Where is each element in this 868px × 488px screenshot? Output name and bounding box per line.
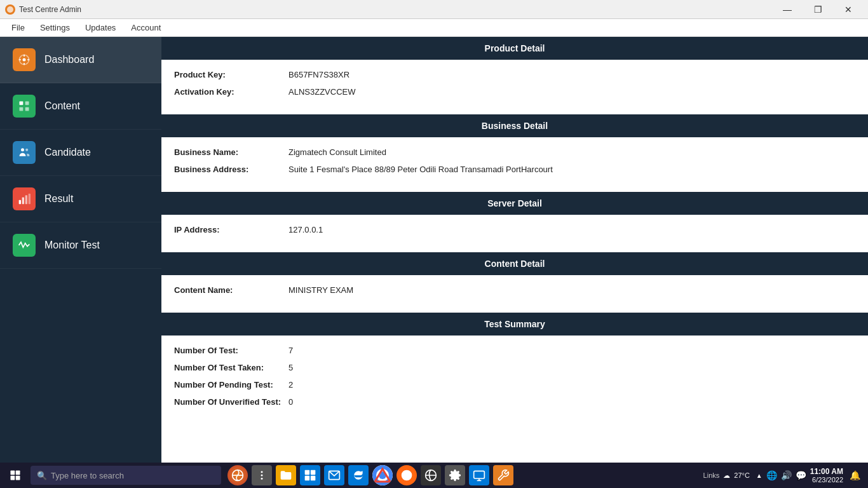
test-summary-body: Number Of Test: 7 Number Of Test Taken: … — [161, 336, 868, 424]
activation-key-row: Activation Key: ALNS3ZZVCCEW — [174, 87, 855, 97]
search-icon: 🔍 — [37, 471, 47, 480]
svg-point-0 — [7, 6, 13, 13]
menu-account[interactable]: Account — [125, 20, 167, 35]
taskbar-links: Links — [703, 471, 720, 479]
taskbar-notification-icon[interactable]: 💬 — [796, 470, 806, 480]
taskbar-app-settings[interactable] — [445, 465, 465, 485]
app-icon — [5, 4, 15, 15]
ip-address-label: IP Address: — [174, 225, 288, 234]
num-test-taken-value: 5 — [288, 363, 293, 372]
maximize-button[interactable]: ❐ — [803, 0, 832, 19]
taskbar-apps — [226, 465, 515, 485]
content-detail-body: Content Name: MINISTRY EXAM — [161, 275, 868, 313]
num-test-value: 7 — [288, 346, 293, 355]
ip-address-value: 127.0.0.1 — [288, 225, 323, 234]
svg-point-1 — [23, 58, 26, 62]
svg-rect-12 — [11, 471, 15, 475]
ip-address-row: IP Address: 127.0.0.1 — [174, 225, 855, 234]
product-detail-header: Product Detail — [161, 37, 868, 60]
monitor-icon — [13, 234, 36, 257]
sidebar-item-monitor[interactable]: Monitor Test — [0, 222, 161, 269]
sidebar-item-content[interactable]: Content — [0, 83, 161, 130]
result-label: Result — [44, 193, 73, 205]
start-button[interactable] — [3, 463, 28, 488]
svg-rect-32 — [474, 471, 485, 478]
server-detail-header: Server Detail — [161, 192, 868, 215]
svg-point-7 — [25, 149, 28, 151]
svg-point-20 — [261, 478, 263, 480]
business-address-value: Suite 1 Fesmal's Place 88/89 Peter Odili… — [288, 165, 553, 174]
taskbar-app-basketball[interactable] — [227, 465, 248, 485]
taskbar-app-extra[interactable] — [252, 465, 272, 485]
svg-rect-5 — [25, 107, 29, 111]
num-test-taken-label: Number Of Test Taken: — [174, 363, 288, 372]
taskbar-app-remote[interactable] — [469, 465, 489, 485]
dashboard-icon — [13, 48, 36, 71]
taskbar-app-vpn[interactable] — [421, 465, 441, 485]
taskbar-weather-icon: ☁ — [723, 471, 730, 480]
notification-bell-icon[interactable]: 🔔 — [850, 470, 860, 480]
minimize-button[interactable]: — — [773, 0, 802, 19]
svg-rect-15 — [16, 476, 20, 480]
sidebar-item-candidate[interactable]: Candidate — [0, 130, 161, 176]
menu-updates[interactable]: Updates — [79, 20, 122, 35]
product-key-row: Product Key: B657FN7S38XR — [174, 70, 855, 79]
search-placeholder: Type here to search — [51, 471, 124, 480]
svg-rect-4 — [20, 107, 24, 111]
menu-settings[interactable]: Settings — [34, 20, 76, 35]
svg-point-6 — [21, 148, 24, 151]
product-key-value: B657FN7S38XR — [288, 70, 349, 79]
taskbar-time[interactable]: 11:00 AM 6/23/2022 — [810, 467, 843, 484]
activation-key-label: Activation Key: — [174, 87, 288, 97]
menu-file[interactable]: File — [5, 20, 31, 35]
product-detail-body: Product Key: B657FN7S38XR Activation Key… — [161, 60, 868, 114]
svg-rect-3 — [25, 102, 29, 105]
content-name-label: Content Name: — [174, 285, 288, 295]
num-unverified-row: Number Of Unverified Test: 0 — [174, 397, 855, 407]
taskbar-app-folder[interactable] — [276, 465, 296, 485]
content-detail-header: Content Detail — [161, 252, 868, 275]
svg-rect-23 — [305, 476, 310, 481]
svg-rect-2 — [20, 102, 24, 105]
main-content: Product Detail Product Key: B657FN7S38XR… — [161, 37, 868, 463]
title-bar-text: Test Centre Admin — [19, 5, 773, 14]
server-detail-body: IP Address: 127.0.0.1 — [161, 215, 868, 252]
taskbar-app-mail[interactable] — [324, 465, 344, 485]
num-unverified-label: Number Of Unverified Test: — [174, 397, 288, 407]
svg-rect-24 — [311, 476, 316, 481]
taskbar-app-chrome[interactable] — [372, 465, 393, 485]
sidebar-item-dashboard[interactable]: Dashboard — [0, 37, 161, 83]
svg-rect-10 — [25, 195, 27, 204]
svg-point-29 — [402, 470, 412, 481]
date-display: 6/23/2022 — [810, 476, 843, 484]
svg-rect-8 — [19, 200, 21, 205]
taskbar-app-firefox[interactable] — [397, 465, 417, 485]
num-pending-label: Number Of Pending Test: — [174, 380, 288, 390]
volume-icon[interactable]: 🔊 — [781, 470, 792, 480]
taskbar-app-tools[interactable] — [493, 465, 513, 485]
sidebar-item-result[interactable]: Result — [0, 176, 161, 222]
taskbar-app-edge[interactable] — [348, 465, 369, 485]
taskbar-search-box[interactable]: 🔍 Type here to search — [31, 466, 221, 485]
activation-key-value: ALNS3ZZVCCEW — [288, 87, 355, 97]
business-address-row: Business Address: Suite 1 Fesmal's Place… — [174, 165, 855, 174]
taskbar-app-store[interactable] — [300, 465, 320, 485]
window-controls: — ❐ ✕ — [773, 0, 863, 19]
taskbar-right: Links ☁ 27°C ▲ 🌐 🔊 💬 11:00 AM 6/23/2022 … — [703, 467, 865, 484]
business-detail-body: Business Name: Zigmatech Consult Limited… — [161, 137, 868, 192]
chevron-up-icon[interactable]: ▲ — [756, 472, 763, 479]
num-pending-value: 2 — [288, 380, 293, 390]
num-test-label: Number Of Test: — [174, 346, 288, 355]
num-pending-row: Number Of Pending Test: 2 — [174, 380, 855, 390]
business-name-value: Zigmatech Consult Limited — [288, 147, 386, 157]
num-unverified-value: 0 — [288, 397, 293, 407]
taskbar-weather: 27°C — [734, 471, 750, 479]
business-address-label: Business Address: — [174, 165, 288, 174]
svg-rect-11 — [29, 194, 31, 205]
test-summary-header: Test Summary — [161, 313, 868, 336]
close-button[interactable]: ✕ — [834, 0, 863, 19]
menu-bar: File Settings Updates Account — [0, 19, 868, 37]
app-body: Dashboard Content Candidate — [0, 37, 868, 463]
svg-rect-22 — [311, 470, 316, 475]
num-test-taken-row: Number Of Test Taken: 5 — [174, 363, 855, 372]
